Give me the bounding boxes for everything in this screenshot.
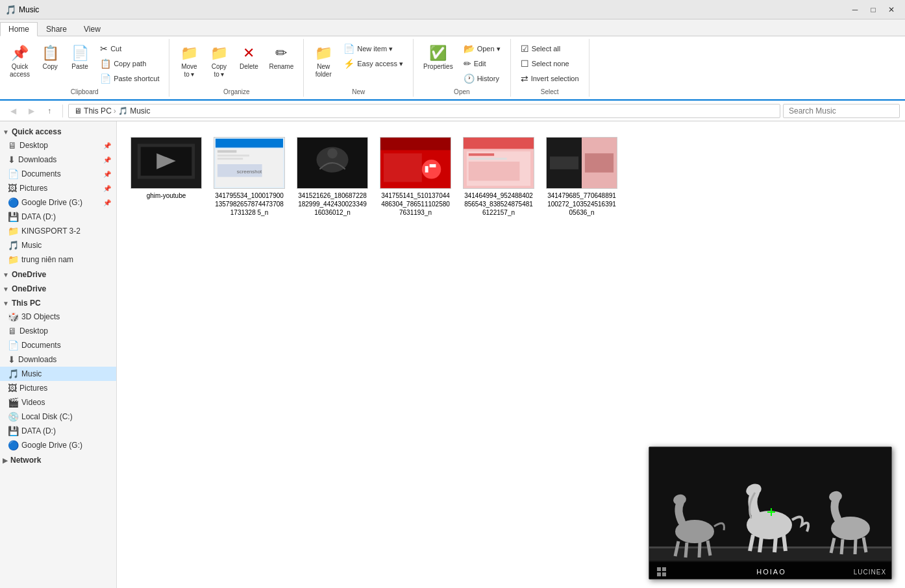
address-path[interactable]: 🖥 This PC › 🎵 Music (68, 104, 780, 118)
desktop2-icon: 🖥 (8, 326, 17, 336)
cut-icon: ✂ (100, 43, 108, 54)
sidebar-item-documents[interactable]: 📄 Documents 📌 (0, 167, 116, 181)
thumb-3 (297, 137, 368, 189)
sidebar-item-local-disk[interactable]: 💿 Local Disk (C:) (0, 410, 116, 424)
file-item-3[interactable]: 341521626_180687228182999_44243002334916… (293, 132, 371, 222)
svg-rect-25 (469, 158, 507, 160)
paste-icon: 📄 (71, 45, 89, 62)
tab-view[interactable]: View (75, 21, 109, 36)
sidebar-item-desktop2[interactable]: 🖥 Desktop (0, 324, 116, 338)
sidebar-item-documents2[interactable]: 📄 Documents (0, 338, 116, 352)
move-to-button[interactable]: 📁 Moveto ▾ (175, 42, 203, 82)
cut-button[interactable]: ✂ Cut (95, 42, 164, 56)
desktop-icon: 🖥 (8, 140, 17, 151)
svg-line-51 (855, 539, 856, 554)
quick-access-button[interactable]: 📌 Quickaccess (5, 42, 34, 82)
new-item-button[interactable]: 📄 New item ▾ (339, 42, 408, 56)
sidebar-label-desktop2: Desktop (19, 326, 48, 336)
delete-button[interactable]: ✕ Delete (234, 42, 263, 74)
select-all-button[interactable]: ☑ Select all (516, 42, 584, 56)
sidebar-item-music-quick[interactable]: 🎵 Music (0, 238, 116, 252)
file-item-2[interactable]: screenshot 341795534_1000179001357982657… (210, 132, 288, 222)
file-item-5[interactable]: 341464994_952488402856543_83852487548161… (460, 132, 538, 222)
edit-button[interactable]: ✏ Edit (459, 56, 505, 71)
paste-button[interactable]: 📄 Paste (66, 42, 94, 74)
sidebar-item-downloads[interactable]: ⬇ Downloads 📌 (0, 153, 116, 167)
file-item-4[interactable]: 341755141_510137044486304_78651110258076… (377, 132, 454, 222)
new-small-col: 📄 New item ▾ ⚡ Easy access ▾ (339, 42, 408, 71)
copy-path-button[interactable]: 📋 Copy path (95, 56, 164, 71)
history-button[interactable]: 🕐 History (459, 71, 505, 86)
easy-access-button[interactable]: ⚡ Easy access ▾ (339, 56, 408, 71)
file-grid: ghim-youtube screenshot 341 (122, 127, 900, 227)
back-button[interactable]: ◀ (5, 103, 21, 119)
onedrive-header-1[interactable]: ▼ OneDrive (0, 267, 116, 281)
file-name-4: 341755141_510137044486304_78651110258076… (380, 191, 451, 217)
open-content: ✅ Properties 📂 Open ▾ ✏ Edit 🕐 History (419, 42, 505, 86)
properties-button[interactable]: ✅ Properties (419, 42, 458, 74)
forward-button[interactable]: ▶ (23, 103, 39, 119)
copy-button[interactable]: 📋 Copy (36, 42, 64, 74)
network-label: Network (10, 456, 41, 465)
tab-share[interactable]: Share (38, 21, 75, 36)
sidebar-item-desktop[interactable]: 🖥 Desktop 📌 (0, 138, 116, 153)
close-button[interactable]: ✕ (883, 3, 900, 16)
svg-line-38 (760, 537, 762, 552)
copy-to-button[interactable]: 📁 Copyto ▾ (205, 42, 233, 82)
sidebar-item-pictures[interactable]: 🖼 Pictures 📌 (0, 181, 116, 195)
tab-home[interactable]: Home (0, 22, 38, 36)
local-disk-icon: 💿 (8, 411, 19, 422)
new-label: New (309, 88, 408, 95)
sidebar-label-3d: 3D Objects (21, 312, 60, 321)
clipboard-small-col: ✂ Cut 📋 Copy path 📄 Paste shortcut (95, 42, 164, 86)
google-drive-icon: 🔵 (8, 197, 19, 208)
sidebar-item-videos[interactable]: 🎬 Videos (0, 395, 116, 410)
onedrive-header-2[interactable]: ▼ OneDrive (0, 281, 116, 295)
copy-path-icon: 📋 (100, 58, 111, 69)
sidebar-item-google-drive[interactable]: 🔵 Google Drive (G:) 📌 (0, 195, 116, 210)
sidebar-item-3d[interactable]: 🎲 3D Objects (0, 310, 116, 324)
delete-icon: ✕ (243, 45, 254, 62)
minimize-button[interactable]: ─ (847, 3, 863, 16)
file-item-ghim-youtube[interactable]: ghim-youtube (127, 132, 205, 222)
network-header[interactable]: ▶ Network (0, 452, 116, 467)
up-button[interactable]: ↑ (42, 103, 57, 119)
svg-rect-7 (217, 150, 236, 153)
paste-shortcut-button[interactable]: 📄 Paste shortcut (95, 71, 164, 86)
search-input[interactable] (783, 104, 900, 118)
sidebar-label-kingsport: KINGSPORT 3-2 (21, 227, 81, 236)
network-arrow: ▶ (3, 457, 8, 464)
address-separator (62, 104, 63, 117)
copy-to-icon: 📁 (210, 45, 228, 62)
quick-access-header[interactable]: ▼ Quick access (0, 124, 116, 138)
sidebar-item-trung[interactable]: 📁 trung niên nam (0, 252, 116, 267)
title-bar-text: Music (19, 5, 39, 14)
sidebar-item-google-drive2[interactable]: 🔵 Google Drive (G:) (0, 438, 116, 452)
select-none-button[interactable]: ☐ Select none (516, 56, 584, 71)
sidebar-label-videos: Videos (21, 398, 45, 407)
copy-icon: 📋 (42, 45, 59, 62)
new-folder-button[interactable]: 📁 Newfolder (309, 42, 338, 82)
thumb-6 (546, 137, 617, 189)
sidebar-item-downloads2[interactable]: ⬇ Downloads (0, 352, 116, 367)
maximize-button[interactable]: □ (865, 3, 882, 16)
sidebar-item-music2[interactable]: 🎵 Music (0, 367, 116, 381)
title-bar-icon: 🎵 (5, 5, 16, 15)
sidebar-item-pictures2[interactable]: 🖼 Pictures (0, 381, 116, 395)
pictures2-icon: 🖼 (8, 383, 17, 393)
this-pc-header[interactable]: ▼ This PC (0, 295, 116, 310)
invert-selection-button[interactable]: ⇄ Invert selection (516, 71, 584, 86)
open-button[interactable]: 📂 Open ▾ (459, 42, 505, 56)
select-none-icon: ☐ (521, 58, 529, 69)
sidebar-item-data-d[interactable]: 💾 DATA (D:) (0, 210, 116, 224)
file-item-6[interactable]: 341479685_770648891100272_10352451639105… (543, 132, 621, 222)
svg-text:HOIAO: HOIAO (756, 568, 786, 576)
this-pc-label: This PC (12, 299, 41, 308)
select-label: Select (516, 88, 584, 95)
rename-button[interactable]: ✏ Rename (264, 42, 298, 74)
sidebar-item-kingsport[interactable]: 📁 KINGSPORT 3-2 (0, 224, 116, 238)
path-sep-1: › (114, 106, 116, 116)
sidebar-item-data-d2[interactable]: 💾 DATA (D:) (0, 424, 116, 438)
documents2-icon: 📄 (8, 340, 19, 350)
file-name-2: 341795534_100017900135798265787447370817… (214, 191, 284, 217)
